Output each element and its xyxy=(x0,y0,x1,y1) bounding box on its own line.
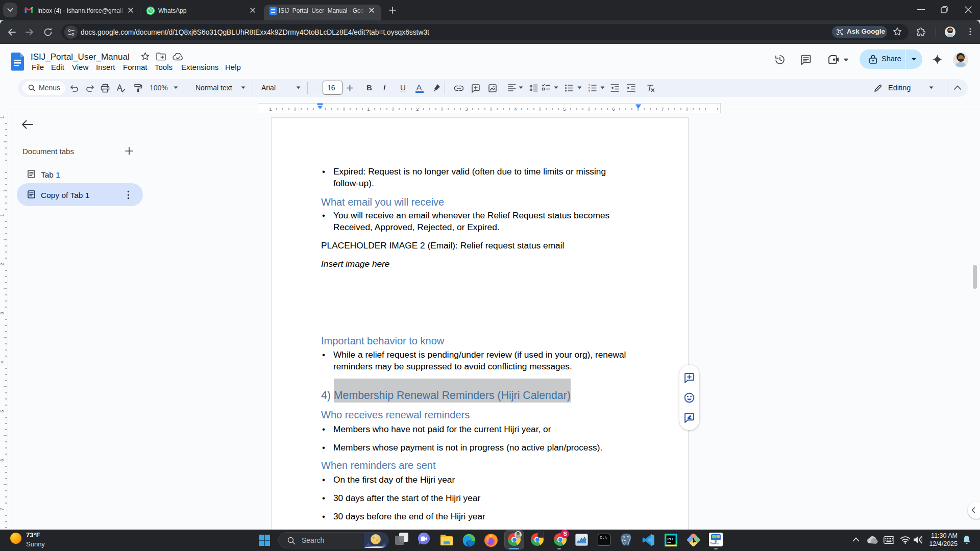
svg-text:PC: PC xyxy=(668,537,673,541)
svg-text:3: 3 xyxy=(589,90,591,92)
